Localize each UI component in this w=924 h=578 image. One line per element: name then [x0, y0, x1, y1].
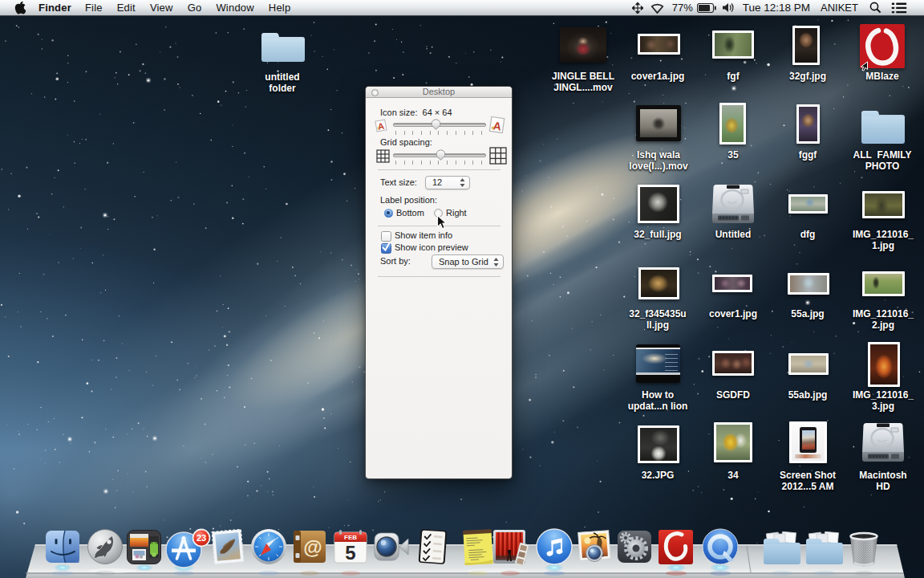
svg-text:FEB: FEB — [344, 534, 357, 541]
svg-text:@: @ — [303, 536, 322, 558]
svg-text:5: 5 — [345, 542, 355, 564]
svg-text:23: 23 — [197, 533, 206, 543]
